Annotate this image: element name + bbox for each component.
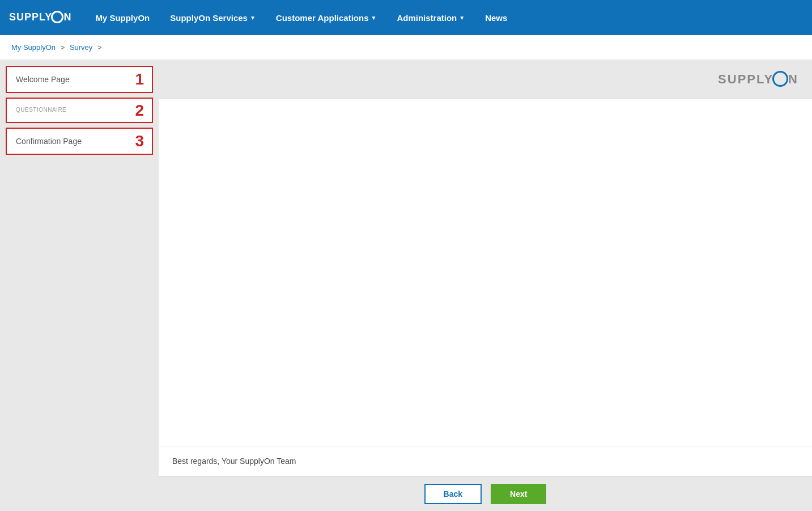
sidebar-welcome-number: 1	[135, 70, 144, 88]
nav-item-mysupplyon[interactable]: My SupplyOn	[85, 0, 160, 35]
nav-bar: SUPPLYN My SupplyOn SupplyOn Services▼ C…	[0, 0, 812, 35]
breadcrumb: My SupplyOn > Survey >	[0, 35, 812, 60]
sidebar-questionnaire-number: 2	[135, 102, 144, 120]
sidebar: Welcome Page 1 QUESTIONNAIRE 2 Confirmat…	[0, 60, 159, 511]
breadcrumb-survey[interactable]: Survey	[70, 43, 92, 52]
nav-item-customer-apps[interactable]: Customer Applications▼	[266, 0, 387, 35]
sidebar-welcome-label: Welcome Page	[16, 75, 70, 84]
supplyon-logo-large: SUPPLYN	[718, 71, 798, 87]
footer-text: Best regards, Your SupplyOn Team	[172, 457, 296, 466]
nav-item-administration[interactable]: Administration▼	[386, 0, 475, 35]
bottom-bar: Back Next	[159, 476, 812, 511]
logo-supply-text: SUPPLY	[718, 72, 773, 87]
content-footer: Best regards, Your SupplyOn Team	[159, 446, 812, 476]
content-wrapper: SUPPLYN Best regards, Your SupplyOn Team…	[159, 60, 812, 511]
nav-logo[interactable]: SUPPLYN	[9, 11, 71, 24]
nav-items: My SupplyOn SupplyOn Services▼ Customer …	[85, 0, 517, 35]
content-main	[159, 99, 812, 446]
logo-circle-icon	[772, 71, 788, 87]
sidebar-item-questionnaire[interactable]: QUESTIONNAIRE 2	[6, 98, 153, 123]
breadcrumb-separator2: >	[97, 43, 102, 52]
chevron-down-icon: ▼	[371, 15, 377, 21]
breadcrumb-separator: >	[61, 43, 67, 52]
main-layout: Welcome Page 1 QUESTIONNAIRE 2 Confirmat…	[0, 60, 812, 511]
content-logo-panel: SUPPLYN	[159, 60, 812, 99]
logo-n-text: N	[788, 72, 798, 87]
sidebar-confirmation-number: 3	[135, 132, 144, 150]
back-button[interactable]: Back	[424, 484, 482, 504]
nav-item-services[interactable]: SupplyOn Services▼	[160, 0, 266, 35]
logo-text: SUPPLYN	[9, 11, 71, 24]
logo-o-icon	[51, 11, 63, 23]
chevron-down-icon: ▼	[250, 15, 256, 21]
nav-item-news[interactable]: News	[475, 0, 517, 35]
chevron-down-icon: ▼	[459, 15, 465, 21]
sidebar-item-welcome[interactable]: Welcome Page 1	[6, 66, 153, 93]
sidebar-confirmation-label: Confirmation Page	[16, 137, 82, 146]
sidebar-item-confirmation[interactable]: Confirmation Page 3	[6, 128, 153, 155]
next-button[interactable]: Next	[491, 484, 546, 504]
sidebar-questionnaire-sub: QUESTIONNAIRE	[16, 107, 143, 113]
breadcrumb-mysupplyon[interactable]: My SupplyOn	[11, 43, 56, 52]
